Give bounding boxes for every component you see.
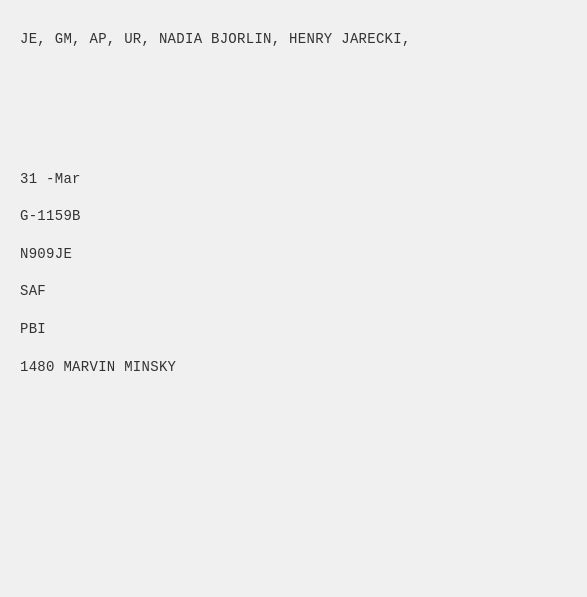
header-text: JE, GM, AP, UR, NADIA BJORLIN, HENRY JAR…: [20, 30, 567, 50]
address-item: 1480 MARVIN MINSKY: [20, 358, 567, 378]
data-items-list: 31 -Mar G-1159B N909JE SAF PBI 1480 MARV…: [20, 170, 567, 378]
code1-item: G-1159B: [20, 207, 567, 227]
airport-item: PBI: [20, 320, 567, 340]
date-item: 31 -Mar: [20, 170, 567, 190]
main-content: JE, GM, AP, UR, NADIA BJORLIN, HENRY JAR…: [0, 0, 587, 597]
tail-item: N909JE: [20, 245, 567, 265]
code2-item: SAF: [20, 282, 567, 302]
